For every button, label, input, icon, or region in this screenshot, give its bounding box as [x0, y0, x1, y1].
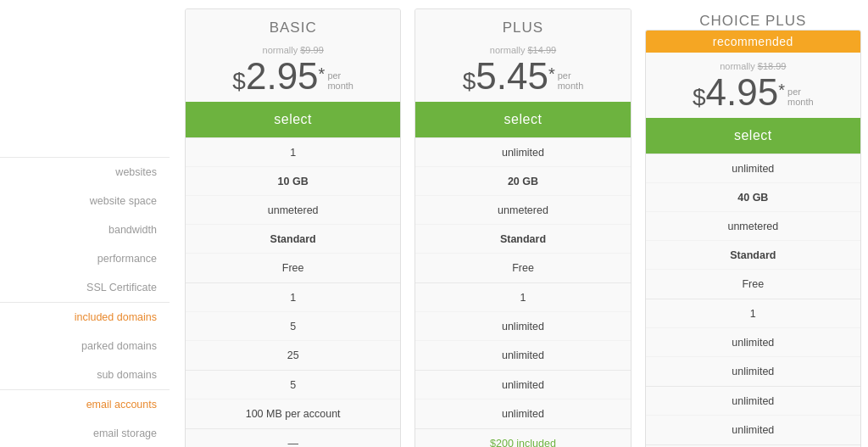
- choice-email-accounts: unlimited: [646, 387, 860, 416]
- plus-email-section: unlimited unlimited: [415, 370, 630, 428]
- basic-select-button[interactable]: select: [186, 102, 400, 137]
- plus-price-dollar: $: [463, 68, 476, 95]
- ssl-certificate-label: SSL Certificate: [0, 273, 170, 302]
- choice-price-per: permonth: [787, 87, 814, 107]
- websites-label: websites: [0, 158, 170, 187]
- plans-area: BASIC normally $9.99 $ 2.95 * permonth s…: [170, 8, 868, 447]
- choice-normally-text: normally $18.99: [654, 61, 852, 71]
- choice-websites: unlimited: [646, 154, 860, 183]
- basic-email-storage: 100 MB per account: [186, 400, 400, 428]
- basic-website-space: 10 GB: [186, 167, 400, 196]
- plus-plan-header: PLUS: [415, 9, 630, 36]
- website-space-label: website space: [0, 187, 170, 215]
- basic-included-domains: 1: [186, 283, 400, 312]
- basic-price-star: *: [319, 64, 326, 84]
- basic-normally-text: normally $9.99: [194, 45, 392, 55]
- basic-hosting-section: 1 10 GB unmetered Standard Free: [186, 137, 400, 282]
- choice-select-button[interactable]: select: [646, 118, 860, 154]
- basic-bandwidth: unmetered: [186, 196, 400, 225]
- bandwidth-label: bandwidth: [0, 215, 170, 244]
- choice-plus-title: CHOICE PLUS: [645, 8, 861, 30]
- labels-header-spacer: [0, 8, 170, 157]
- basic-websites: 1: [186, 138, 400, 167]
- choice-sub-domains: unlimited: [646, 357, 860, 386]
- plus-price-star: *: [548, 64, 555, 84]
- plus-included-domains: 1: [415, 283, 630, 312]
- choice-plus-plan-column: CHOICE PLUS recommended normally $18.99 …: [645, 8, 861, 447]
- plus-performance: Standard: [415, 225, 630, 254]
- basic-sub-domains: 25: [186, 341, 400, 370]
- choice-price-dollar: $: [693, 84, 706, 111]
- email-section: email accounts email storage: [0, 389, 170, 447]
- choice-hosting-section: unlimited 40 GB unmetered Standard Free: [646, 154, 860, 299]
- choice-parked-domains: unlimited: [646, 328, 860, 357]
- plus-price-line: $ 5.45 * permonth: [424, 55, 621, 102]
- plus-parked-domains: unlimited: [415, 312, 630, 341]
- basic-performance: Standard: [186, 225, 400, 254]
- email-storage-label: email storage: [0, 419, 170, 447]
- labels-column: websites website space bandwidth perform…: [0, 8, 170, 447]
- plus-price-amount: 5.45: [476, 58, 548, 95]
- choice-website-space: 40 GB: [646, 183, 860, 212]
- basic-email-section: 5 100 MB per account: [186, 370, 400, 428]
- sub-domains-label: sub domains: [0, 360, 170, 389]
- parked-domains-label: parked domains: [0, 332, 170, 360]
- basic-ssl: Free: [186, 254, 400, 282]
- choice-data-rows: unlimited 40 GB unmetered Standard Free …: [646, 154, 860, 447]
- basic-price-amount: 2.95: [246, 58, 319, 95]
- plus-sub-domains: unlimited: [415, 341, 630, 370]
- basic-marketing-section: —: [186, 428, 400, 447]
- choice-price-line: $ 4.95 * permonth: [654, 71, 852, 118]
- plus-email-storage: unlimited: [415, 400, 630, 428]
- basic-price-line: $ 2.95 * permonth: [194, 55, 392, 102]
- plus-marketing-section: $200 included: [415, 428, 630, 447]
- domains-section: included domains parked domains sub doma…: [0, 302, 170, 389]
- choice-email-storage: unlimited: [646, 416, 860, 444]
- plus-plan-column: PLUS normally $14.99 $ 5.45 * permonth s…: [415, 8, 631, 447]
- basic-plan-card: BASIC normally $9.99 $ 2.95 * permonth s…: [185, 8, 401, 447]
- plus-price-per: permonth: [558, 70, 584, 91]
- basic-plan-name: BASIC: [194, 20, 392, 36]
- basic-email-accounts: 5: [186, 371, 400, 400]
- plus-websites: unlimited: [415, 138, 630, 167]
- pricing-container: websites website space bandwidth perform…: [0, 0, 868, 447]
- choice-performance: Standard: [646, 241, 860, 270]
- plus-data-rows: unlimited 20 GB unmetered Standard Free …: [415, 137, 630, 447]
- choice-price-amount: 4.95: [706, 74, 779, 111]
- plus-plan-card: PLUS normally $14.99 $ 5.45 * permonth s…: [415, 8, 631, 447]
- choice-price-star: *: [778, 81, 785, 100]
- choice-bandwidth: unmetered: [646, 212, 860, 241]
- plus-marketing-offers: $200 included: [415, 429, 630, 447]
- recommended-badge: recommended: [646, 31, 860, 53]
- basic-marketing-offers: —: [186, 429, 400, 447]
- plus-plan-name: PLUS: [424, 20, 621, 36]
- choice-included-domains: 1: [646, 299, 860, 328]
- plus-select-button[interactable]: select: [415, 102, 630, 137]
- basic-domains-section: 1 5 25: [186, 282, 400, 370]
- included-domains-label: included domains: [0, 303, 170, 332]
- basic-data-rows: 1 10 GB unmetered Standard Free 1 5 25 5…: [186, 137, 400, 447]
- basic-price-per: permonth: [327, 70, 353, 91]
- plus-website-space: 20 GB: [415, 167, 630, 196]
- basic-price-dollar: $: [232, 68, 246, 95]
- email-accounts-label: email accounts: [0, 390, 170, 419]
- plus-normally-text: normally $14.99: [424, 45, 621, 55]
- hosting-features-section: websites website space bandwidth perform…: [0, 157, 170, 302]
- performance-label: performance: [0, 244, 170, 273]
- plus-ssl: Free: [415, 254, 630, 282]
- choice-email-section: unlimited unlimited: [646, 386, 860, 444]
- basic-plan-header: BASIC: [186, 9, 400, 36]
- basic-parked-domains: 5: [186, 312, 400, 341]
- choice-plus-plan-card: recommended normally $18.99 $ 4.95 * per…: [645, 30, 861, 447]
- plus-bandwidth: unmetered: [415, 196, 630, 225]
- basic-plan-column: BASIC normally $9.99 $ 2.95 * permonth s…: [185, 8, 401, 447]
- plus-email-accounts: unlimited: [415, 371, 630, 400]
- plus-domains-section: 1 unlimited unlimited: [415, 282, 630, 370]
- choice-domains-section: 1 unlimited unlimited: [646, 299, 860, 386]
- plus-hosting-section: unlimited 20 GB unmetered Standard Free: [415, 137, 630, 282]
- choice-ssl: Free: [646, 270, 860, 299]
